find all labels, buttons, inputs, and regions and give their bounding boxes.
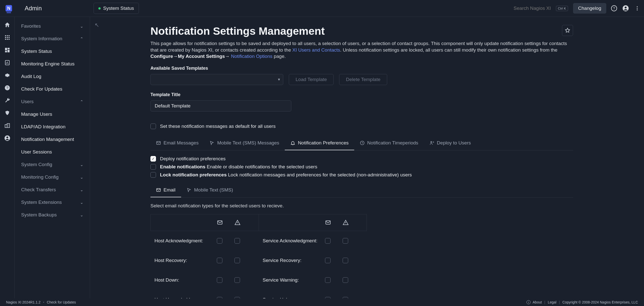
saved-templates-label: Available Saved Templates — [150, 66, 573, 71]
footer-check-updates-link[interactable]: Check for Updates — [47, 300, 76, 304]
lock-prefs-checkbox[interactable] — [150, 172, 156, 178]
notification-checkbox[interactable] — [234, 258, 240, 263]
tab-notification-preferences[interactable]: Notification Preferences — [285, 136, 354, 150]
home-icon[interactable] — [4, 21, 11, 28]
chevron-up-icon: ⌃ — [80, 99, 83, 104]
apps-icon[interactable] — [4, 34, 11, 41]
chevron-up-icon: ⌃ — [80, 36, 83, 41]
delete-template-button[interactable]: Delete Template — [339, 74, 387, 85]
notification-checkbox[interactable] — [234, 277, 240, 283]
enterprise-icon[interactable] — [4, 122, 11, 129]
notification-checkbox[interactable] — [234, 297, 240, 298]
notification-options-link[interactable]: Notification Options — [231, 54, 272, 59]
sidebar-item[interactable]: Notification Management — [15, 133, 90, 146]
xi-users-link[interactable]: XI Users and Contacts — [292, 47, 340, 53]
dashboard-icon[interactable] — [4, 47, 11, 54]
page-title: Notification Settings Management — [150, 25, 325, 37]
wrench-icon[interactable] — [4, 97, 11, 104]
notification-row-label: Host Unreachable: — [150, 297, 211, 298]
back-arrow-icon[interactable]: ↖ — [95, 22, 99, 28]
sidebar-group[interactable]: Users⌃ — [15, 95, 90, 108]
footer-about-link[interactable]: About — [533, 300, 542, 304]
alert-icon — [229, 219, 246, 225]
notification-checkbox[interactable] — [343, 277, 348, 283]
sidebar-group[interactable]: Favorites⌄ — [15, 20, 90, 32]
sidebar-item[interactable]: Monitoring Engine Status — [15, 58, 90, 70]
shield-icon[interactable] — [4, 109, 11, 117]
more-icon[interactable] — [633, 5, 641, 12]
shortcut-hint: Ctrl K — [556, 6, 568, 11]
sidebar-item[interactable]: Audit Log — [15, 70, 90, 83]
svg-point-26 — [6, 137, 8, 138]
tab-email-messages[interactable]: Email Messages — [150, 136, 204, 150]
notification-checkbox[interactable] — [234, 238, 240, 244]
sidebar-item[interactable]: User Sessions — [15, 146, 90, 158]
sidebar-group[interactable]: Monitoring Config⌄ — [15, 171, 90, 183]
changelog-button[interactable]: Changelog — [573, 3, 606, 14]
svg-point-4 — [637, 6, 638, 7]
notification-checkbox[interactable] — [343, 258, 348, 263]
sidebar-group[interactable]: System Information⌃ — [15, 32, 90, 45]
account-icon[interactable] — [622, 5, 629, 12]
svg-rect-17 — [8, 48, 10, 49]
notification-row: Host Acknowledgment: — [150, 231, 259, 251]
user-rail-icon[interactable] — [4, 135, 11, 142]
notification-checkbox[interactable] — [217, 258, 222, 263]
tab-notification-timeperiods[interactable]: Notification Timeperiods — [354, 136, 424, 150]
deploy-prefs-checkbox[interactable]: ✓ — [150, 156, 156, 162]
tab-deploy-to-users[interactable]: Deploy to Users — [424, 136, 476, 150]
notification-row-label: Service Warning: — [259, 277, 319, 283]
notification-row: Service Acknowledgment: — [259, 231, 367, 251]
svg-text:?: ? — [6, 86, 8, 90]
reports-icon[interactable] — [4, 59, 11, 66]
template-title-input[interactable] — [150, 100, 291, 111]
tab-mobile-text-sms-messages[interactable]: Mobile Text (SMS) Messages — [204, 136, 285, 150]
sidebar-item[interactable]: System Status — [15, 45, 90, 58]
footer-legal-link[interactable]: Legal — [548, 300, 556, 304]
mail-icon — [211, 219, 229, 225]
notification-row: Host Recovery: — [150, 251, 259, 270]
gear-icon[interactable] — [4, 72, 11, 79]
notification-checkbox[interactable] — [325, 297, 331, 298]
enable-notifications-checkbox[interactable] — [150, 164, 156, 170]
sidebar-group[interactable]: System Backups⌄ — [15, 209, 90, 221]
load-template-button[interactable]: Load Template — [289, 74, 334, 85]
system-status-chip[interactable]: System Status — [94, 3, 139, 14]
svg-rect-16 — [5, 48, 7, 50]
svg-rect-18 — [8, 50, 10, 52]
svg-rect-10 — [5, 37, 6, 38]
helper-text: Select email notification types for the … — [150, 203, 573, 209]
notification-checkbox[interactable] — [325, 258, 331, 263]
svg-rect-8 — [7, 35, 8, 36]
notification-checkbox[interactable] — [217, 297, 222, 298]
notification-checkbox[interactable] — [217, 277, 222, 283]
sidebar-group[interactable]: System Extensions⌄ — [15, 196, 90, 209]
svg-rect-9 — [9, 35, 10, 36]
subtab-mobile-text-sms-[interactable]: Mobile Text (SMS) — [181, 183, 239, 197]
svg-rect-13 — [5, 39, 6, 40]
sidebar-group[interactable]: System Config⌄ — [15, 158, 90, 171]
sidebar-item[interactable]: Manage Users — [15, 108, 90, 121]
notification-row-label: Host Recovery: — [150, 258, 211, 263]
notification-checkbox[interactable] — [325, 238, 331, 244]
subtab-email[interactable]: Email — [150, 183, 181, 197]
help-icon[interactable]: ? — [610, 5, 618, 12]
notification-checkbox[interactable] — [343, 238, 348, 244]
sidebar-group[interactable]: Check Transfers⌄ — [15, 183, 90, 196]
svg-rect-14 — [7, 39, 8, 40]
sidebar-item[interactable]: Check For Updates — [15, 83, 90, 95]
svg-point-3 — [625, 7, 627, 9]
favorite-button[interactable] — [562, 25, 573, 36]
help-rail-icon[interactable]: ? — [4, 84, 11, 91]
notification-checkbox[interactable] — [325, 277, 331, 283]
search-input[interactable] — [512, 4, 554, 13]
app-logo[interactable]: N — [3, 5, 15, 12]
notification-checkbox[interactable] — [217, 238, 222, 244]
svg-rect-19 — [5, 51, 7, 52]
sidebar-item[interactable]: LDAP/AD Integration — [15, 121, 90, 133]
default-all-checkbox[interactable] — [150, 124, 156, 129]
notification-checkbox[interactable] — [343, 297, 348, 298]
template-select[interactable]: ▾ — [150, 74, 283, 85]
page-description: This page allows for notification settin… — [150, 40, 573, 60]
chevron-down-icon: ▾ — [278, 77, 280, 82]
